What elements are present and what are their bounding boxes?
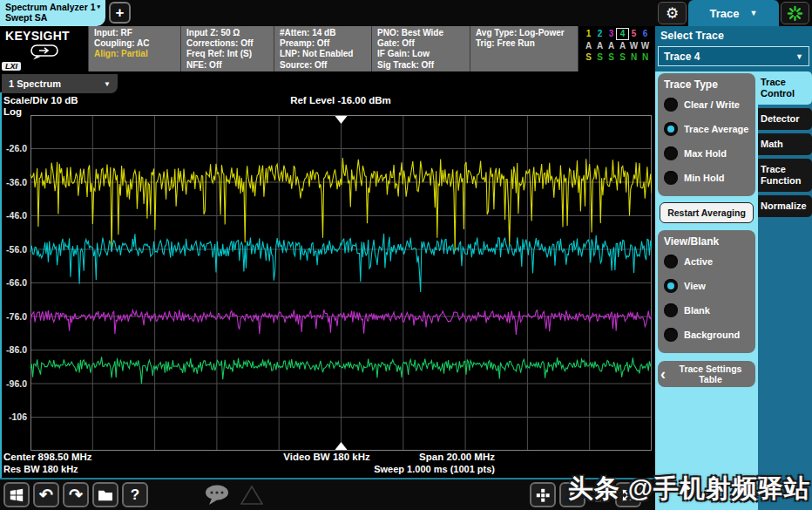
trace-select-value: Trace 4 [664,51,700,63]
radio-icon [664,303,678,317]
trace-number-1[interactable]: 1 [583,29,594,39]
redo-button[interactable]: ↷ [63,482,89,507]
measurement-info-bar: KEYSIGHT LXI Input: RFCoupling: ACAlign:… [0,26,655,71]
menu-sub-tabs: Trace ControlDetectorMathTrace FunctionN… [758,71,812,510]
trace-update-flag-6: N [639,52,651,63]
y-axis-label: -46.0 [6,210,27,221]
trace-number-3[interactable]: 3 [606,29,617,39]
view-blank-option-active[interactable]: Active [664,255,752,269]
chevron-down-icon: ▼ [795,52,803,61]
trace-update-flag-2: S [594,52,606,63]
menu-tab-label: Trace [710,7,740,20]
info-line: Source: Off [280,60,371,71]
trace-number-6[interactable]: 6 [639,29,651,39]
y-axis-label: -56.0 [6,244,27,255]
spectrum-graticule[interactable]: -26.0-36.0-46.0-56.0-66.0-76.0-86.0-96.0… [2,115,652,451]
info-line: LNP: Not Enabled [280,49,371,59]
y-axis-label: -96.0 [6,378,27,389]
video-bw-label: Video BW 180 kHz [283,452,370,462]
info-panel-1: Input: RFCoupling: ACAlign: Partial [88,26,180,71]
trace-type-group: Trace TypeClear / WriteTrace AverageMax … [658,73,755,196]
trace-type-row: AAAAWW [583,41,655,51]
message-bubble-button[interactable] [200,482,235,507]
file-open-button[interactable] [92,482,118,507]
menu-subtab-trace-control[interactable]: Trace Control [758,71,812,105]
measurement-mode-tab[interactable]: Spectrum Analyzer 1 ▾ Swept SA [0,0,105,26]
select-trace-label: Select Trace [660,30,724,42]
menu-subtab-trace-function[interactable]: Trace Function [758,159,812,192]
menu-content-column: Trace TypeClear / WriteTrace AverageMax … [655,71,758,510]
menu-subtab-math[interactable]: Math [758,133,812,155]
view-blank-option-blank[interactable]: Blank [664,303,752,317]
chevron-left-icon: ‹ [660,368,666,380]
trace-update-flag-5: N [628,52,639,63]
layout-grid-icon [535,487,551,503]
info-line: Trig: Free Run [476,38,578,49]
y-axis-label: -26.0 [6,143,27,153]
radio-label: Background [684,330,740,340]
menu-subtab-detector[interactable]: Detector [758,108,812,130]
scale-div-label: Scale/Div 10 dB [3,95,78,105]
restart-averaging-button[interactable]: Restart Averaging [660,202,754,223]
y-axis-label: -86.0 [6,344,27,355]
radio-label: Blank [684,305,710,316]
center-freq-label: Center 898.50 MHz [3,452,92,462]
info-line: PNO: Best Wide [377,28,470,38]
trace-type-option-trace-average[interactable]: Trace Average [664,122,752,136]
windows-start-button[interactable] [3,482,30,507]
app-tab-title: Spectrum Analyzer 1 [5,2,95,12]
busy-spinner-icon [787,5,803,22]
spectrum-window: 1 Spectrum ▼ Scale/Div 10 dB Log Ref Lev… [0,71,655,478]
trace-settings-table-button[interactable]: ‹ Trace Settings Table [658,361,755,387]
trace-type-option-min-hold[interactable]: Min Hold [664,171,752,185]
trace-type-flag-6: W [639,41,651,51]
add-measurement-button[interactable]: + [109,2,131,24]
window-title: 1 Spectrum [9,78,61,89]
trace-update-row: SSSSNN [583,52,655,63]
info-line: Input Z: 50 Ω [186,28,274,38]
ref-level-label: Ref Level -16.00 dBm [290,95,391,105]
brand-name: KEYSIGHT [5,29,88,43]
y-axis-label: -106 [9,411,27,422]
keysight-bubble-icon [30,44,59,60]
help-icon: ? [131,487,139,502]
radio-icon [664,255,678,269]
trace-number-5[interactable]: 5 [628,29,639,39]
trace-number-2[interactable]: 2 [594,29,606,39]
window-title-tab[interactable]: 1 Spectrum ▼ [2,74,118,93]
trace-number-4[interactable]: 4 [617,29,628,39]
window-layout-button[interactable] [530,482,556,507]
trace-type-option-clear-write[interactable]: Clear / Write [664,98,752,112]
window-focus-border [0,92,2,478]
view-blank-option-view[interactable]: View [664,279,752,293]
chat-ellipsis-icon [203,484,233,507]
info-panel-5: Avg Type: Log-PowerTrig: Free Run [470,26,578,71]
radio-icon [664,146,678,160]
undo-button[interactable]: ↶ [33,482,59,507]
chevron-down-icon: ▾ [97,2,100,12]
gear-icon[interactable]: ⚙ [658,2,687,24]
y-axis-label: -36.0 [6,177,27,187]
trace-type-option-max-hold[interactable]: Max Hold [664,146,752,160]
radio-label: Trace Average [684,124,748,134]
trace-status-table: 123456AAAAWWSSSSNN [578,26,655,71]
triangle-outline-icon [239,482,265,507]
menu-subtab-normalize[interactable]: Normalize [758,195,812,217]
acquisition-spinner-button[interactable] [781,2,809,24]
menu-tab-trace[interactable]: Trace ▼ [688,0,779,26]
trace-select-dropdown[interactable]: Trace 4 ▼ [658,46,809,66]
info-line: Freq Ref: Int (S) [186,49,274,59]
info-line: Avg Type: Log-Power [476,28,578,38]
lxi-badge: LXI [2,62,21,71]
radio-icon [664,171,678,185]
app-tab-mode: Swept SA [5,12,100,23]
radio-icon [664,328,678,342]
view-blank-option-background[interactable]: Background [664,328,752,342]
info-line: Input: RF [94,28,180,38]
radio-label: View [684,281,706,291]
info-line: Coupling: AC [94,38,180,49]
trace-menu-panel: Select Trace Trace 4 ▼ Trace TypeClear /… [655,26,812,510]
help-button[interactable]: ? [122,482,148,507]
trace-update-flag-4: S [617,52,628,63]
trace-type-flag-1: A [583,41,594,51]
